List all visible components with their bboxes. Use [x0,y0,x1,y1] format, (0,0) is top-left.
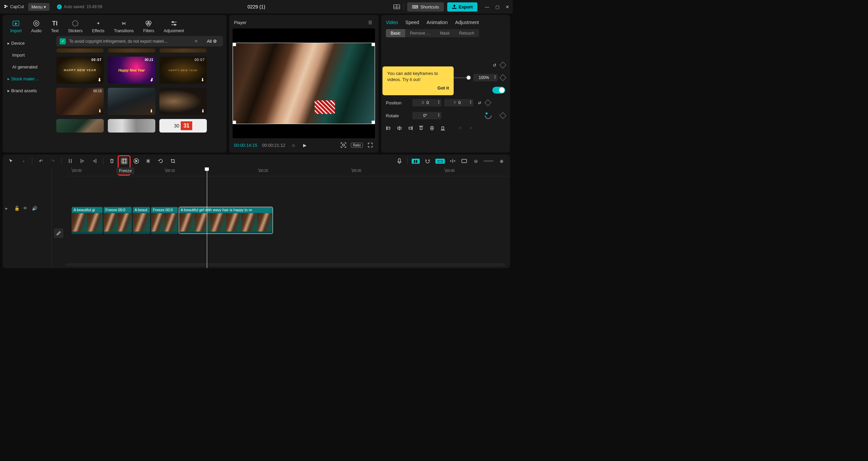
download-icon[interactable]: ⬇ [98,77,102,82]
sidebar-item-ai[interactable]: AI generated [3,61,53,73]
clip[interactable]: A beaut [133,207,150,234]
shortcuts-button[interactable]: ⌨ Shortcuts [407,2,444,12]
layout-icon[interactable] [393,3,400,10]
download-icon[interactable]: ⬇ [201,77,205,82]
media-thumb[interactable]: 00:16⬇ [56,88,104,115]
close-icon[interactable]: ✕ [506,4,509,9]
hamburger-icon[interactable]: ☰ [367,19,374,26]
adjustment-tab[interactable]: Adjustment [159,18,189,36]
media-thumb[interactable] [159,48,207,53]
minimize-icon[interactable]: — [485,4,489,9]
audio-tab[interactable]: Audio [26,18,46,36]
rotate-dial[interactable] [484,111,493,120]
list-icon[interactable]: ≣ [290,142,297,148]
effects-tab[interactable]: ✦Effects [87,18,109,36]
media-thumb[interactable] [56,119,104,133]
delete-icon[interactable] [108,157,116,165]
fullscreen-icon[interactable] [367,142,374,148]
trim-left-icon[interactable] [79,157,86,165]
rotate-icon[interactable] [157,157,164,165]
media-thumb[interactable]: ⬇ [108,88,155,115]
distribute-h-icon[interactable]: ≡ [459,125,465,132]
preview-icon[interactable] [449,157,456,165]
align-right-icon[interactable] [408,125,414,132]
sidebar-item-import[interactable]: Import [3,49,53,61]
align-center-v-icon[interactable] [429,125,435,132]
clip-freeze[interactable]: Freeze 00:0 [103,207,132,234]
clip[interactable]: A beautiful gi [72,207,103,234]
selection-handle[interactable] [372,121,375,124]
chevron-down-icon[interactable]: ▾ [20,157,27,165]
download-icon[interactable]: ⬇ [150,108,153,114]
media-thumb[interactable]: ⬇ [159,88,207,115]
filter-all-button[interactable]: All ⚙ [204,38,220,44]
edit-track-icon[interactable] [54,228,63,238]
filters-tab[interactable]: Filters [138,18,159,36]
menu-button[interactable]: Menu ▾ [28,3,50,11]
inspector-tab-speed[interactable]: Speed [406,20,419,25]
focus-icon[interactable] [340,142,347,148]
stickers-tab[interactable]: Stickers [63,18,87,36]
playhead[interactable] [207,167,207,268]
reverse-icon[interactable] [133,157,140,165]
selection-handle[interactable] [233,121,236,124]
align-center-h-icon[interactable] [397,125,403,132]
link-icon[interactable]: ⇄ [476,99,483,106]
subtab-retouch[interactable]: Retouch [454,29,479,37]
subtab-mask[interactable]: Mask [435,29,454,37]
import-tab[interactable]: Import [5,18,26,36]
crop-icon[interactable] [169,157,177,165]
keyframe-icon[interactable] [485,99,491,106]
position-x-input[interactable]: X 0▲▼ [412,99,441,106]
magnet-main-icon[interactable]: ▮▮ [412,159,420,164]
media-thumb[interactable] [108,119,155,133]
trim-right-icon[interactable] [91,157,98,165]
split-icon[interactable] [66,157,74,165]
text-tab[interactable]: TIText [46,18,63,36]
zoom-slider[interactable] [484,160,494,162]
media-thumb[interactable]: HAPPY NEW YEAR00:07⬇ [159,57,207,84]
sidebar-item-device[interactable]: ▸Device [3,37,53,49]
mirror-icon[interactable] [145,157,152,165]
clip-freeze[interactable]: Freeze 00:0 [151,207,178,234]
zoom-out-icon[interactable]: ⊖ [472,157,479,165]
close-warning-icon[interactable]: ✕ [194,39,198,44]
keyframe-icon[interactable] [499,112,506,119]
media-thumb[interactable]: HAPPY NEW YEAR00:07⬇ [56,57,104,84]
magnet-icon[interactable] [424,157,431,165]
keyframe-icon[interactable] [499,62,506,68]
pointer-icon[interactable] [7,157,15,165]
distribute-v-icon[interactable]: ≡ [470,125,476,132]
align-top-icon[interactable] [418,125,425,132]
captions-icon[interactable] [460,157,468,165]
inspector-tab-animation[interactable]: Animation [427,20,448,25]
track-eye-icon[interactable]: 👁 [23,206,28,211]
track-visibility-icon[interactable]: ▸ [5,206,11,211]
maximize-icon[interactable]: ▢ [495,4,499,9]
selection-handle[interactable] [233,43,236,46]
rotate-input[interactable]: 0°▲▼ [412,112,441,119]
link-track-icon[interactable]: ⊏⊐ [435,159,445,164]
download-icon[interactable]: ⬇ [201,108,205,114]
sidebar-item-brand[interactable]: ▸Brand assets [3,85,53,97]
undo-icon[interactable]: ↶ [37,157,44,165]
redo-icon[interactable]: ↷ [49,157,57,165]
player-viewport[interactable] [233,28,375,138]
got-it-button[interactable]: Got it [387,85,449,91]
media-thumb[interactable] [108,48,155,53]
keyframe-icon[interactable] [499,74,506,81]
mic-icon[interactable] [396,157,403,165]
uniform-scale-toggle[interactable] [492,87,505,94]
subtab-basic[interactable]: Basic [386,29,405,37]
export-button[interactable]: Export [447,2,477,12]
media-thumb[interactable] [56,48,104,53]
timeline-scrollbar[interactable] [65,263,505,266]
position-y-input[interactable]: Y 0▲▼ [444,99,473,106]
align-left-icon[interactable] [386,125,392,132]
reset-icon[interactable]: ↺ [491,62,498,68]
zoom-in-icon[interactable]: ⊕ [498,157,505,165]
media-thumb[interactable]: Happy New Year00:21⬇ [108,57,155,84]
ratio-button[interactable]: Ratio [351,143,363,148]
sidebar-item-stock[interactable]: ▸Stock mater… [3,73,53,85]
clip-selected[interactable]: A beautiful girl with wavy hair is happy… [179,207,273,234]
